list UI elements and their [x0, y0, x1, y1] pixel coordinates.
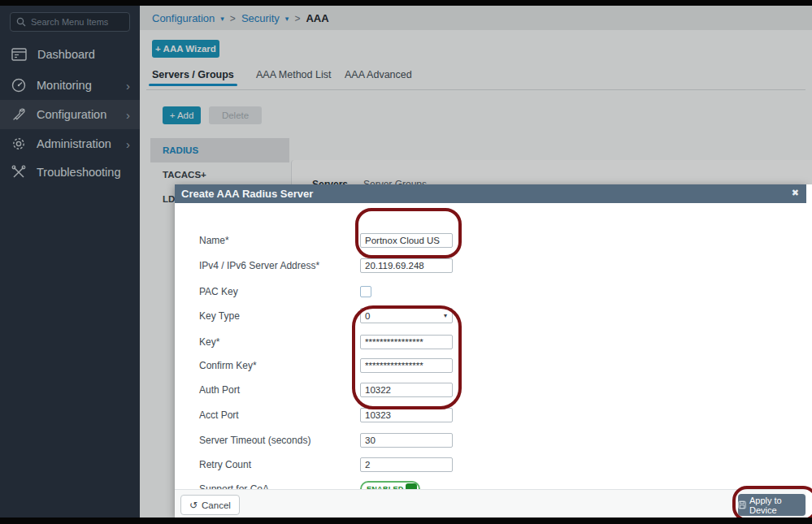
key-type-selected-value: 0 — [365, 311, 370, 321]
server-timeout-label: Server Timeout (seconds) — [199, 435, 310, 446]
field-row-pac-key: PAC Key — [175, 284, 806, 299]
retry-count-input[interactable] — [360, 457, 453, 472]
auth-port-label: Auth Port — [199, 384, 240, 396]
name-label: Name* — [199, 235, 229, 246]
field-row-name: Name* — [175, 232, 806, 248]
retry-count-label: Retry Count — [199, 459, 251, 470]
acct-port-label: Acct Port — [199, 409, 239, 421]
dialog-footer: ↺ Cancel Apply to Device — [175, 489, 806, 518]
field-row-address: IPv4 / IPv6 Server Address* — [175, 258, 806, 273]
server-address-label: IPv4 / IPv6 Server Address* — [199, 260, 319, 271]
confirm-key-label: Confirm Key* — [199, 360, 257, 371]
close-icon[interactable]: ✖ — [792, 188, 799, 198]
dialog-title: Create AAA Radius Server — [175, 188, 313, 200]
auth-port-input[interactable] — [360, 383, 453, 397]
save-icon — [738, 500, 746, 509]
app-window: Dashboard Monitoring › Configuration › A… — [0, 0, 812, 524]
field-row-key-type: Key Type 0 ▾ — [175, 308, 806, 323]
field-row-retry-count: Retry Count — [175, 457, 806, 472]
cancel-button[interactable]: ↺ Cancel — [180, 495, 240, 515]
server-address-input[interactable] — [360, 258, 453, 273]
cancel-button-label: Cancel — [202, 500, 231, 510]
caret-down-icon: ▾ — [444, 312, 447, 319]
name-input[interactable] — [360, 233, 453, 248]
pac-key-checkbox[interactable] — [360, 286, 371, 297]
apply-button-label: Apply to Device — [749, 496, 805, 515]
acct-port-input[interactable] — [360, 408, 453, 422]
dialog-body: Name* IPv4 / IPv6 Server Address* PAC Ke… — [175, 203, 806, 489]
key-label: Key* — [199, 336, 219, 348]
field-row-key: Key* — [175, 334, 806, 349]
field-row-confirm-key: Confirm Key* — [175, 357, 806, 373]
bottom-letterbox — [0, 518, 812, 524]
confirm-key-input[interactable] — [360, 358, 453, 373]
server-timeout-input[interactable] — [360, 433, 453, 448]
create-aaa-radius-server-dialog: Create AAA Radius Server ✖ Name* IPv4 / … — [175, 184, 806, 518]
key-type-select[interactable]: 0 ▾ — [360, 308, 453, 323]
apply-to-device-button[interactable]: Apply to Device — [738, 494, 805, 516]
dialog-header: Create AAA Radius Server ✖ — [175, 184, 806, 203]
field-row-acct-port: Acct Port — [175, 407, 806, 422]
field-row-auth-port: Auth Port — [175, 382, 806, 397]
pac-key-label: PAC Key — [199, 286, 238, 297]
field-row-server-timeout: Server Timeout (seconds) — [175, 432, 806, 448]
key-type-label: Key Type — [199, 310, 240, 322]
key-input[interactable] — [360, 335, 453, 349]
top-letterbox — [0, 0, 812, 6]
undo-icon: ↺ — [189, 500, 198, 510]
